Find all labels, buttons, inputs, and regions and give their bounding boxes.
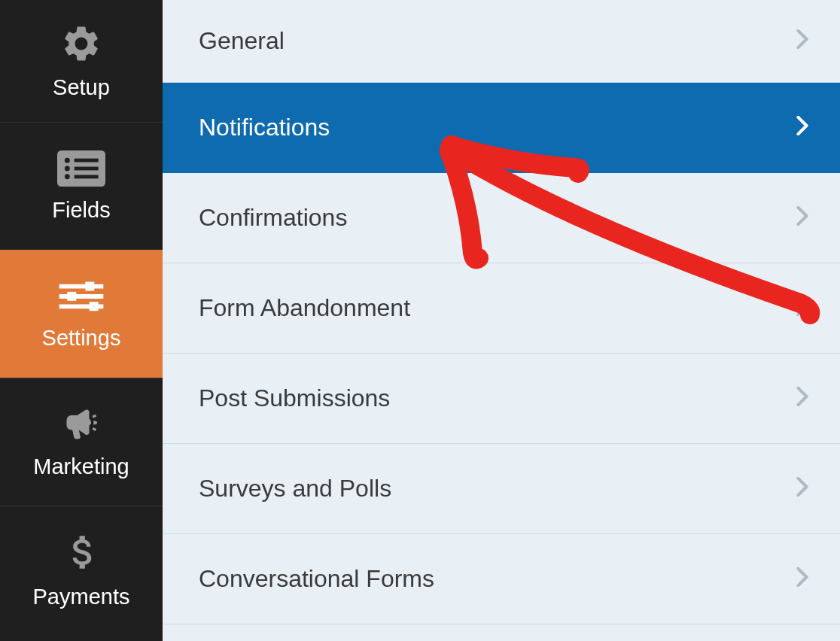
- chevron-right-icon: [796, 114, 808, 141]
- sidebar-item-setup[interactable]: Setup: [0, 0, 163, 122]
- chevron-right-icon: [796, 475, 808, 503]
- settings-item-form-abandonment[interactable]: Form Abandonment: [163, 263, 840, 354]
- sidebar: Setup Fields: [0, 0, 163, 641]
- bullhorn-icon: [59, 405, 104, 444]
- sliders-icon: [57, 278, 105, 315]
- sidebar-item-label: Fields: [52, 198, 110, 223]
- sidebar-item-fields[interactable]: Fields: [0, 122, 163, 250]
- sidebar-item-label: Settings: [42, 326, 121, 351]
- settings-item-label: Confirmations: [199, 204, 347, 232]
- chevron-right-icon: [796, 204, 808, 232]
- sidebar-item-settings[interactable]: Settings: [0, 250, 163, 378]
- settings-item-general[interactable]: General: [163, 0, 840, 83]
- settings-panel: General Notifications Confirmations Form…: [163, 0, 840, 641]
- settings-item-label: Form Abandonment: [199, 294, 410, 322]
- settings-item-label: General: [199, 27, 285, 55]
- dollar-icon: [67, 530, 96, 574]
- svg-rect-4: [75, 159, 99, 163]
- chevron-right-icon: [796, 565, 808, 593]
- settings-item-notifications[interactable]: Notifications: [163, 83, 840, 173]
- sidebar-item-label: Marketing: [33, 454, 129, 479]
- chevron-right-icon: [796, 27, 808, 55]
- svg-point-2: [65, 166, 70, 172]
- settings-item-label: Conversational Forms: [199, 565, 434, 593]
- sidebar-item-label: Setup: [53, 75, 110, 100]
- svg-point-1: [65, 158, 70, 163]
- settings-item-conversational-forms[interactable]: Conversational Forms: [163, 534, 840, 624]
- list-icon: [57, 150, 105, 187]
- settings-item-label: Surveys and Polls: [199, 475, 391, 503]
- gear-icon: [60, 23, 102, 65]
- sidebar-item-payments[interactable]: Payments: [0, 506, 163, 633]
- svg-rect-11: [67, 292, 76, 301]
- svg-rect-5: [75, 167, 99, 171]
- svg-rect-12: [90, 302, 99, 311]
- settings-item-label: Notifications: [199, 114, 330, 141]
- settings-item-label: Post Submissions: [199, 384, 390, 412]
- chevron-right-icon: [796, 384, 808, 412]
- svg-rect-10: [85, 282, 94, 291]
- sidebar-item-label: Payments: [33, 585, 130, 609]
- sidebar-item-marketing[interactable]: Marketing: [0, 378, 163, 506]
- svg-rect-6: [75, 175, 99, 179]
- svg-point-3: [65, 174, 70, 179]
- settings-item-confirmations[interactable]: Confirmations: [163, 173, 840, 263]
- settings-item-surveys-and-polls[interactable]: Surveys and Polls: [163, 444, 840, 534]
- chevron-right-icon: [796, 294, 808, 322]
- settings-item-post-submissions[interactable]: Post Submissions: [163, 354, 840, 444]
